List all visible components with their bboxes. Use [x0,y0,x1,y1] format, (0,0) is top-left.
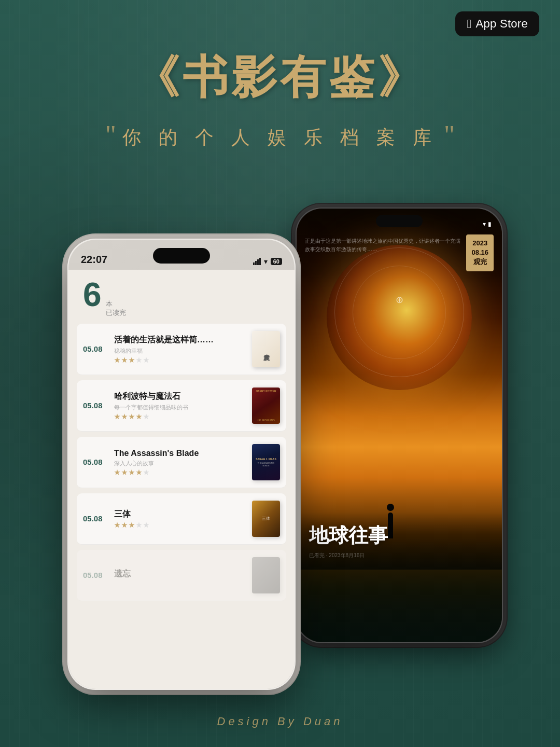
book-item: 05.08 The Assassin's Blade 深入人心的故事 [77,437,286,488]
book-list: 05.08 活着的生活就是这样简…… 稳稳的幸福 [68,324,295,601]
book-item: 05.08 哈利波特与魔法石 每一个字都值得细细品味的书 [77,380,286,432]
app-header: 6 本 已读完 [68,270,295,324]
star [136,413,142,420]
book-info: 活着的生活就是这样简…… 稳稳的幸福 [114,335,246,363]
footer-text: Design By Duan [217,715,343,728]
book-meta: 稳稳的幸福 [114,347,246,355]
book-date: 05.08 [83,514,108,523]
star [114,357,120,363]
movie-scene: ⊕ 正是由于这是第一部讲述地球之旅的中国优秀史，让讲述者一个充满故事交织数百年激… [297,209,502,642]
status-icons: ▾ 60 [253,257,282,266]
status-time: 22:07 [81,254,107,266]
star-empty [136,357,142,363]
phones-container: ▾ ▮ ⊕ [47,208,513,706]
book-title: 三体 [114,509,246,520]
compass-inner [353,266,446,359]
book-info: 三体 [114,509,246,528]
star-empty [143,522,149,528]
book-title: 遗忘 [114,569,246,579]
star-empty [143,357,149,363]
star-empty [136,522,142,528]
phone-1-dynamic-island [153,248,210,264]
book-meta: 每一个字都值得细细品味的书 [114,404,246,411]
appstore-label: App Store [475,17,528,31]
book-title: The Assassin's Blade [114,449,246,458]
star [121,522,128,528]
book-date: 05.08 [83,458,108,466]
star [129,469,135,476]
footer: Design By Duan [0,715,560,728]
book-count: 6 [83,278,102,311]
book-date: 05.08 [83,571,108,579]
star [114,413,120,420]
phone-2-content: ▾ ▮ ⊕ [297,209,502,642]
date-month-day: 08.16 [471,248,488,257]
book-item: 05.08 三体 [77,493,286,545]
book-date: 05.08 [83,401,108,410]
book-info: The Assassin's Blade 深入人心的故事 [114,449,246,476]
date-badge: 2023 08.16 观完 [466,234,494,271]
star [121,413,128,420]
subtitle-row: " 你 的 个 人 娱 乐 档 案 库 " [0,125,560,150]
phone-1-app-content: 6 本 已读完 05.08 活着的生活就是这样简…… 稳稳的幸福 [68,270,295,689]
book-cover: 三体 [252,501,280,537]
wifi-icon: ▾ [264,257,268,266]
apple-icon:  [467,17,471,31]
star [121,357,128,363]
page-content:  App Store 《书影有鉴》 " 你 的 个 人 娱 乐 档 案 库 "… [0,0,560,747]
phone-1-frame: 22:07 ▾ 60 6 [68,240,295,689]
date-status: 观完 [471,257,488,267]
phone-1: 22:07 ▾ 60 6 [67,239,296,690]
book-item-faded: 05.08 遗忘 [77,550,286,601]
star [129,413,135,420]
book-item: 05.08 活着的生活就是这样简…… 稳稳的幸福 [77,324,286,375]
star-empty [143,469,149,476]
star [121,469,128,476]
book-date: 05.08 [83,344,108,353]
book-info: 遗忘 [114,569,246,582]
signal-bars [253,258,261,265]
book-cover: HARRY POTTER J.K. ROWLING [252,388,280,424]
phone-2-status-icons: ▾ ▮ [483,220,492,228]
book-cover [252,557,280,593]
battery-icon: ▮ [488,220,492,228]
book-cover: SARAH J. MAAS THE ASSASSIN'S BLADE [252,444,280,480]
star-empty [143,413,149,420]
book-stars [114,357,246,363]
appstore-badge[interactable]:  App Store [455,11,539,36]
book-stars [114,469,246,476]
book-title: 活着的生活就是这样简…… [114,335,246,345]
book-count-sub: 本 已读完 [106,300,126,317]
wifi-icon: ▾ [483,220,486,228]
figure-head [387,504,394,511]
book-meta: 深入人心的故事 [114,460,246,467]
movie-top-text: 正是由于这是第一部讲述地球之旅的中国优秀史，让讲述者一个充满故事交织数百年激荡的… [305,237,460,254]
phone-2-dynamic-island [376,215,423,227]
book-stars [114,413,246,420]
book-stars [114,522,246,528]
left-quote: " [105,122,116,149]
right-quote: " [444,122,455,149]
battery-badge: 60 [271,258,282,265]
star [129,522,135,528]
star [114,522,120,528]
star [114,469,120,476]
star [136,469,142,476]
book-title: 哈利波特与魔法石 [114,391,246,402]
book-info: 哈利波特与魔法石 每一个字都值得细细品味的书 [114,391,246,420]
star [129,357,135,363]
target-icon: ⊕ [396,294,403,306]
subtitle-text: 你 的 个 人 娱 乐 档 案 库 [122,125,438,150]
date-year: 2023 [471,239,488,248]
bottom-gradient [297,538,502,642]
book-cover: 皮囊 [252,331,280,367]
phone-2: ▾ ▮ ⊕ [296,208,503,643]
